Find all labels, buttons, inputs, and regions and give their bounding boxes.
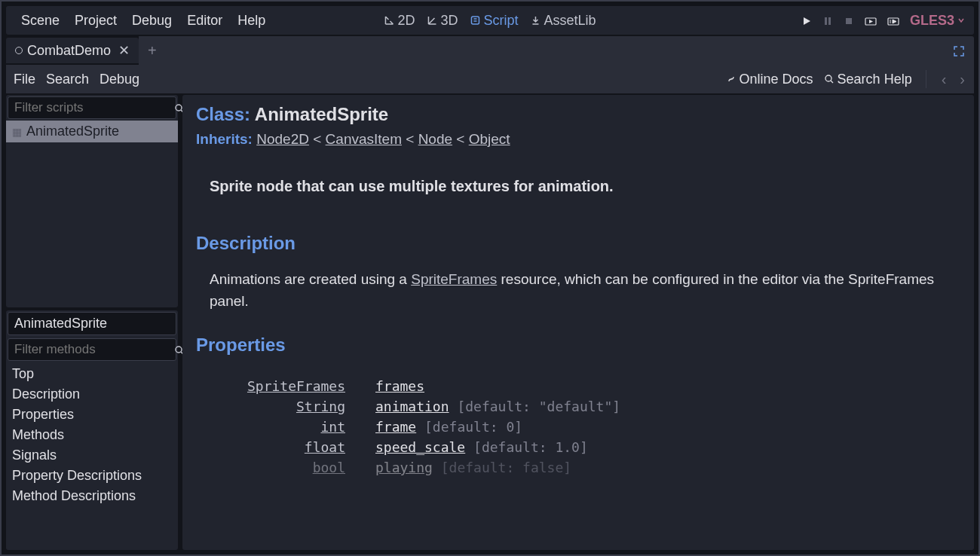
add-tab-button[interactable]: + — [148, 42, 157, 60]
view-assetlib[interactable]: AssetLib — [531, 13, 596, 29]
menu-project[interactable]: Project — [67, 8, 124, 33]
members-panel: AnimatedSprite Top Description Propertie… — [6, 310, 178, 550]
online-docs-label: Online Docs — [740, 72, 813, 87]
debug-menu[interactable]: Debug — [100, 72, 139, 87]
view-2d[interactable]: 2D — [384, 13, 415, 29]
class-title: Class: AnimatedSprite — [196, 104, 960, 125]
inherit-link-node2d[interactable]: Node2D — [256, 131, 309, 147]
tabbar-background: + — [139, 36, 974, 65]
play-custom-button[interactable] — [887, 14, 899, 27]
inherit-link-object[interactable]: Object — [469, 131, 510, 147]
link-icon — [726, 74, 737, 84]
prop-name-link[interactable]: speed_scale — [375, 439, 465, 455]
prop-type-link[interactable]: SpriteFrames — [247, 378, 345, 394]
outline-properties[interactable]: Properties — [12, 405, 172, 425]
menu-help[interactable]: Help — [230, 8, 273, 33]
outline-list[interactable]: Top Description Properties Methods Signa… — [6, 362, 178, 550]
renderer-selector[interactable]: GLES3 — [910, 13, 965, 29]
prop-default: [default: "default"] — [457, 399, 620, 414]
outline-prop-desc[interactable]: Property Descriptions — [12, 466, 172, 486]
prop-type-link[interactable]: float — [305, 439, 345, 455]
prop-default: [default: false] — [441, 460, 571, 475]
online-docs-button[interactable]: Online Docs — [726, 72, 813, 87]
filter-scripts-input[interactable] — [14, 100, 174, 115]
script-list-item[interactable]: ▦ AnimatedSprite — [6, 121, 178, 142]
properties-table: SpriteFrames frames String animation [de… — [210, 378, 960, 475]
filter-methods-box[interactable] — [8, 338, 176, 361]
inherit-sep: < — [313, 131, 325, 147]
scene-tab[interactable]: CombatDemo ✕ — [6, 38, 139, 63]
svg-rect-1 — [825, 17, 827, 25]
outline-description[interactable]: Description — [12, 384, 172, 405]
prop-type-link[interactable]: int — [320, 419, 345, 435]
view-2d-label: 2D — [397, 13, 415, 29]
filter-scripts-box[interactable] — [8, 96, 176, 119]
class-name: AnimatedSprite — [255, 104, 388, 124]
scene-tabbar: CombatDemo ✕ + — [6, 36, 974, 65]
property-row: String animation [default: "default"] — [210, 399, 960, 414]
prop-name-link[interactable]: animation — [375, 399, 449, 414]
chevron-down-icon — [957, 17, 965, 24]
inherit-link-node[interactable]: Node — [418, 131, 452, 147]
member-header: AnimatedSprite — [8, 312, 176, 335]
menu-debug[interactable]: Debug — [124, 8, 179, 33]
arrow-2d-icon — [384, 15, 394, 26]
prop-type-link[interactable]: bool — [313, 460, 345, 475]
play-button[interactable] — [801, 14, 812, 27]
script-toolbar-left: File Search Debug — [14, 72, 139, 87]
desc-link-spriteframes[interactable]: SpriteFrames — [411, 271, 497, 287]
arrow-3d-icon — [427, 15, 437, 26]
scene-tab-label: CombatDemo — [27, 43, 111, 59]
nav-back-button[interactable]: ‹ — [940, 71, 948, 88]
class-keyword: Class: — [196, 104, 250, 124]
distraction-free-button[interactable] — [953, 44, 965, 57]
inherit-sep: < — [456, 131, 468, 147]
renderer-label: GLES3 — [910, 13, 954, 29]
script-sidebar: ▦ AnimatedSprite AnimatedSprite Top Desc… — [6, 95, 178, 550]
property-row: int frame [default: 0] — [210, 419, 960, 435]
description-text: Animations are created using a SpriteFra… — [210, 269, 960, 312]
search-menu[interactable]: Search — [46, 72, 89, 87]
outline-signals[interactable]: Signals — [12, 445, 172, 466]
search-help-label: Search Help — [838, 72, 912, 87]
view-3d-label: 3D — [440, 13, 458, 29]
pause-button[interactable] — [822, 14, 833, 27]
close-icon[interactable]: ✕ — [118, 42, 130, 59]
search-help-icon — [824, 74, 835, 84]
stop-button[interactable] — [844, 14, 854, 27]
prop-default: [default: 0] — [424, 419, 522, 435]
play-scene-button[interactable] — [865, 14, 877, 27]
view-script-label: Script — [483, 13, 518, 29]
prop-type-link[interactable]: String — [296, 399, 345, 414]
menu-editor[interactable]: Editor — [179, 8, 230, 33]
filter-methods-input[interactable] — [14, 342, 174, 357]
prop-name-link[interactable]: frame — [375, 419, 416, 435]
file-menu[interactable]: File — [14, 72, 35, 87]
doc-viewer[interactable]: Class: AnimatedSprite Inherits: Node2D <… — [182, 95, 974, 550]
view-assetlib-label: AssetLib — [544, 13, 596, 29]
prop-name-link[interactable]: frames — [375, 378, 424, 394]
main-menubar: Scene Project Debug Editor Help 2D 3D Sc… — [6, 6, 974, 35]
script-toolbar: File Search Debug Online Docs Search Hel… — [6, 65, 974, 93]
scene-modified-icon — [15, 47, 23, 54]
inherits-line: Inherits: Node2D < CanvasItem < Node < O… — [196, 131, 960, 148]
menu-scene[interactable]: Scene — [14, 8, 67, 33]
view-3d[interactable]: 3D — [427, 13, 458, 29]
view-script[interactable]: Script — [470, 13, 518, 29]
main-area: ▦ AnimatedSprite AnimatedSprite Top Desc… — [6, 95, 974, 550]
property-row: SpriteFrames frames — [210, 378, 960, 394]
outline-methods[interactable]: Methods — [12, 425, 172, 445]
desc-pre: Animations are created using a — [210, 271, 411, 287]
inherit-link-canvasitem[interactable]: CanvasItem — [326, 131, 402, 147]
outline-method-desc[interactable]: Method Descriptions — [12, 486, 172, 506]
nav-forward-button[interactable]: › — [958, 71, 966, 88]
svg-point-6 — [825, 75, 831, 81]
search-help-button[interactable]: Search Help — [824, 72, 912, 87]
property-row: float speed_scale [default: 1.0] — [210, 439, 960, 455]
prop-name-link[interactable]: playing — [375, 460, 433, 475]
download-icon — [531, 15, 541, 26]
menubar-left: Scene Project Debug Editor Help — [6, 8, 273, 33]
svg-point-7 — [176, 105, 182, 111]
outline-top[interactable]: Top — [12, 364, 172, 384]
section-description-heading: Description — [196, 233, 960, 254]
